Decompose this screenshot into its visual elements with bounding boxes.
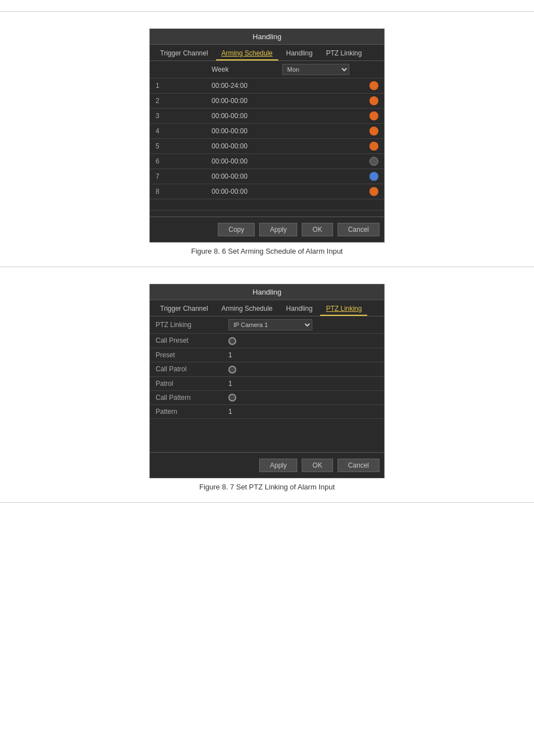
dialog1-tabs: Trigger Channel Arming Schedule Handling… [150,45,384,61]
table-row: 4 00:00-00:00 [150,124,384,139]
week-select[interactable]: Mon Tue Wed Thu Fri Sat Sun [282,64,349,75]
tab2-arming-schedule[interactable]: Arming Schedule [216,302,278,316]
dialog2-title: Handling [150,284,384,300]
call-pattern-label: Call Pattern [150,390,223,405]
tab2-ptz-linking[interactable]: PTZ Linking [320,302,367,316]
call-preset-row: Call Preset [150,334,384,348]
dialog1-title: Handling [150,29,384,45]
cancel-button2[interactable]: Cancel [338,459,380,472]
camera-select[interactable]: IP Camera 1 IP Camera 2 [228,319,312,330]
table-row: 5 00:00-00:00 [150,139,384,154]
table-row: 7 00:00-00:00 [150,169,384,184]
row4-icon [369,127,378,136]
call-patrol-label: Call Patrol [150,362,223,376]
tab1-ptz-linking[interactable]: PTZ Linking [320,47,367,60]
table-row: 3 00:00-00:00 [150,109,384,124]
bottom-divider [0,502,534,503]
copy-button[interactable]: Copy [218,223,255,236]
ok-button[interactable]: OK [302,223,332,236]
cancel-button[interactable]: Cancel [338,223,380,236]
pattern-label: Pattern [150,405,223,419]
arming-table: Week Mon Tue Wed Thu Fri Sat Sun [150,61,384,217]
figure2-caption: Figure 8. 7 Set PTZ Linking of Alarm Inp… [199,483,335,491]
row2-icon [369,96,378,105]
row5-icon [369,142,378,151]
tab1-arming-schedule[interactable]: Arming Schedule [216,47,278,60]
dialog2-tabs: Trigger Channel Arming Schedule Handling… [150,300,384,316]
table-row: 6 00:00-00:00 [150,154,384,169]
camera-row: PTZ Linking IP Camera 1 IP Camera 2 [150,316,384,334]
arming-schedule-dialog: Handling Trigger Channel Arming Schedule… [149,29,385,242]
pattern-row: Pattern 1 [150,405,384,419]
spacer-row2 [150,211,384,217]
row6-icon [369,157,378,166]
ok-button2[interactable]: OK [302,459,332,472]
call-patrol-checkbox[interactable] [228,366,236,374]
call-pattern-checkbox[interactable] [228,394,236,402]
ptz-linking-dialog: Handling Trigger Channel Arming Schedule… [149,284,385,478]
patrol-label: Patrol [150,376,223,390]
call-pattern-row: Call Pattern [150,390,384,405]
dialog2-buttons: Apply OK Cancel [150,452,384,478]
week-row: Week Mon Tue Wed Thu Fri Sat Sun [150,61,384,78]
figure1-section: Handling Trigger Channel Arming Schedule… [0,12,534,267]
preset-row: Preset 1 [150,348,384,362]
call-patrol-row: Call Patrol [150,362,384,376]
preset-label: Preset [150,348,223,362]
preset-value: 1 [223,348,324,362]
page-container: Handling Trigger Channel Arming Schedule… [0,0,534,514]
ptz-linking-label: PTZ Linking [150,316,223,334]
figure2-section: Handling Trigger Channel Arming Schedule… [0,267,534,502]
tab2-handling[interactable]: Handling [280,302,318,316]
table-row: 2 00:00-00:00 [150,94,384,109]
patrol-row: Patrol 1 [150,376,384,390]
row7-icon [369,172,378,181]
tab1-handling[interactable]: Handling [280,47,318,60]
apply-button2[interactable]: Apply [259,459,297,472]
tab2-trigger-channel[interactable]: Trigger Channel [154,302,214,316]
week-label: Week [206,61,277,78]
pattern-value: 1 [223,405,324,419]
apply-button[interactable]: Apply [259,223,297,236]
spacer-row [150,199,384,211]
figure1-caption: Figure 8. 6 Set Arming Schedule of Alarm… [191,247,343,255]
row8-icon [369,187,378,196]
ptz-table: PTZ Linking IP Camera 1 IP Camera 2 Call… [150,316,384,452]
row3-icon [369,111,378,120]
spacer-row3 [150,419,384,452]
table-row: 8 00:00-00:00 [150,184,384,199]
patrol-value: 1 [223,376,324,390]
tab1-trigger-channel[interactable]: Trigger Channel [154,47,214,60]
call-preset-checkbox[interactable] [228,337,236,345]
table-row: 1 00:00-24:00 [150,78,384,94]
dialog1-buttons: Copy Apply OK Cancel [150,217,384,242]
call-preset-label: Call Preset [150,334,223,348]
row1-icon [369,81,378,90]
